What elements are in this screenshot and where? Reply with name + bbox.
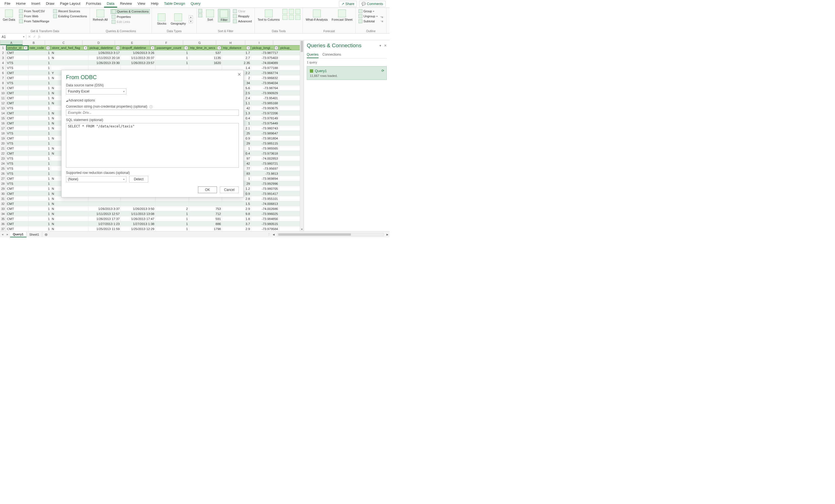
- filter-dropdown-icon[interactable]: ▾: [184, 46, 188, 50]
- cell[interactable]: 1: [28, 60, 51, 65]
- cell[interactable]: -74.002686: [251, 206, 279, 211]
- cell[interactable]: CMT: [6, 70, 28, 76]
- cell[interactable]: -73.981804: [251, 136, 279, 141]
- add-sheet-button[interactable]: ⊕: [42, 232, 50, 237]
- table-header-trip-distance[interactable]: trip_distance▾: [222, 45, 251, 50]
- row-header[interactable]: 8: [0, 81, 6, 86]
- cell[interactable]: 1: [28, 65, 51, 70]
- cell[interactable]: 1: [156, 50, 189, 55]
- cell[interactable]: 1: [28, 81, 51, 86]
- cell[interactable]: -73.991417: [251, 191, 279, 196]
- col-header-F[interactable]: F: [149, 40, 183, 45]
- filter-dropdown-icon[interactable]: ▾: [24, 46, 27, 50]
- cell[interactable]: CMT: [6, 222, 28, 226]
- filter-dropdown-icon[interactable]: ▾: [46, 46, 50, 50]
- table-header-trip-time-in-secs[interactable]: trip_time_in_secs▾: [189, 45, 222, 50]
- split-handle[interactable]: ⋮: [266, 233, 271, 236]
- row-header[interactable]: 25: [0, 166, 6, 171]
- qc-tab-queries[interactable]: Queries: [307, 51, 319, 58]
- manage-model-icon[interactable]: [295, 15, 300, 20]
- row-reduction-select[interactable]: (None) ▾: [66, 176, 126, 182]
- row-header[interactable]: 14: [0, 111, 6, 116]
- cell[interactable]: -73.984856: [251, 216, 279, 222]
- sort-az-icon[interactable]: [198, 9, 202, 13]
- cell[interactable]: 1.7: [222, 50, 251, 55]
- table-header-passenger-count[interactable]: passenger_count▾: [156, 45, 189, 50]
- cell[interactable]: N: [51, 55, 88, 60]
- table-header-store-and-fwd-flag[interactable]: store_and_fwd_flag▾: [51, 45, 88, 50]
- row-header[interactable]: 6: [0, 70, 6, 76]
- cell[interactable]: 1135: [189, 55, 222, 60]
- cell[interactable]: -73.986832: [251, 76, 279, 81]
- cell[interactable]: -73.985115: [251, 141, 279, 146]
- cell[interactable]: -73.996025: [251, 211, 279, 216]
- row-header[interactable]: 15: [0, 116, 6, 121]
- cell[interactable]: CMT: [6, 96, 28, 101]
- cell[interactable]: CMT: [6, 211, 28, 216]
- geography-type-button[interactable]: Geography: [169, 13, 187, 26]
- cell[interactable]: 712: [189, 211, 222, 216]
- recent-sources-button[interactable]: Recent Sources: [52, 9, 88, 14]
- cell[interactable]: 1/11/2013 13:08: [121, 211, 156, 216]
- cell[interactable]: N: [51, 50, 88, 55]
- row-header[interactable]: 5: [0, 65, 6, 70]
- col-header-E[interactable]: E: [115, 40, 149, 45]
- table-header-rate-code[interactable]: rate_code▾: [28, 45, 51, 50]
- cell[interactable]: VTS: [6, 181, 28, 186]
- consolidate-icon[interactable]: [282, 15, 287, 20]
- cell[interactable]: CMT: [6, 146, 28, 151]
- cell[interactable]: 1: [28, 90, 51, 96]
- cell[interactable]: 1: [156, 55, 189, 60]
- cell[interactable]: N: [51, 222, 88, 226]
- row-header[interactable]: 7: [0, 76, 6, 81]
- cell[interactable]: -73.980515: [251, 222, 279, 226]
- cell[interactable]: 591: [189, 216, 222, 222]
- cell[interactable]: 1: [28, 186, 51, 191]
- cell[interactable]: 1/26/2013 3:26: [121, 50, 156, 55]
- row-header[interactable]: 36: [0, 222, 6, 226]
- cell[interactable]: -73.969894: [251, 176, 279, 181]
- hscroll-left-icon[interactable]: ◀: [271, 233, 276, 236]
- help-icon[interactable]: i: [149, 105, 153, 108]
- advanced-filter-button[interactable]: Advanced: [232, 19, 253, 23]
- cell[interactable]: 1/26/2013 23:57: [121, 60, 156, 65]
- sheet-nav-first[interactable]: ◂: [0, 233, 5, 236]
- cell[interactable]: CMT: [6, 151, 28, 156]
- scroll-down-icon[interactable]: ▼: [300, 228, 304, 231]
- cell[interactable]: -73.987717: [251, 50, 279, 55]
- cell[interactable]: CMT: [6, 111, 28, 116]
- row-header[interactable]: 21: [0, 146, 6, 151]
- cell[interactable]: 1: [28, 121, 51, 126]
- tab-file[interactable]: File: [2, 0, 13, 7]
- outline-expand-icon[interactable]: ⁺≡: [380, 16, 383, 19]
- row-header[interactable]: 19: [0, 136, 6, 141]
- reapply-button[interactable]: Reapply: [232, 14, 253, 18]
- col-header-I[interactable]: I: [245, 40, 273, 45]
- tab-formulas[interactable]: Formulas: [83, 0, 104, 7]
- cell[interactable]: 1: [156, 222, 189, 226]
- row-header[interactable]: 17: [0, 126, 6, 131]
- cell[interactable]: 1/27/2013 1:38: [121, 222, 156, 226]
- cell[interactable]: 1/26/2013 17:47: [121, 216, 156, 222]
- sql-statement-input[interactable]: [66, 123, 239, 168]
- cell[interactable]: -73.95697: [251, 166, 279, 171]
- cell[interactable]: CMT: [6, 55, 28, 60]
- subtotal-button[interactable]: Subtotal: [358, 19, 379, 23]
- dsn-select[interactable]: Foundry Excel ▾: [66, 88, 126, 94]
- cell[interactable]: 1: [28, 222, 51, 226]
- cell[interactable]: 1: [28, 106, 51, 111]
- cell[interactable]: -73.980705: [251, 186, 279, 191]
- cell[interactable]: -73.980743: [251, 126, 279, 131]
- table-header-pickup-datetime[interactable]: pickup_datetime▾: [88, 45, 121, 50]
- cell[interactable]: 1/26/2013 3:17: [88, 50, 121, 55]
- connection-string-input[interactable]: [66, 110, 239, 116]
- cell[interactable]: -73.990929: [251, 90, 279, 96]
- cell[interactable]: 1/11/2013 12:57: [88, 211, 121, 216]
- cell[interactable]: 1: [28, 141, 51, 146]
- cell[interactable]: CMT: [6, 86, 28, 90]
- cell[interactable]: -73.973618: [251, 151, 279, 156]
- filter-dropdown-icon[interactable]: ▾: [84, 46, 87, 50]
- cell[interactable]: 1: [28, 126, 51, 131]
- formula-input[interactable]: [42, 35, 389, 39]
- cell[interactable]: -73.95401: [251, 96, 279, 101]
